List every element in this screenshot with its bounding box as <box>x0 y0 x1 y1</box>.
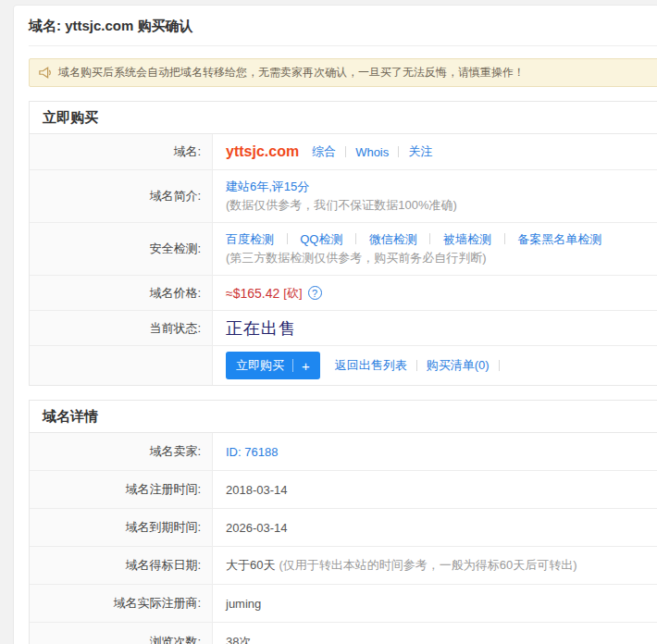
seller-row: 域名卖家: ID: 76188 <box>30 433 657 471</box>
won-date-value: 大于60天 <box>226 557 275 574</box>
separator <box>398 146 399 157</box>
price-row: 域名价格: ≈$165.42 [砍] ? <box>30 276 657 311</box>
separator <box>429 233 430 244</box>
won-date-label: 域名得标日期: <box>30 547 213 584</box>
intro-note: (数据仅供参考，我们不保证数据100%准确) <box>226 196 657 215</box>
registered-date-row: 域名注册时间: 2018-03-14 <box>30 471 657 509</box>
link-follow[interactable]: 关注 <box>408 143 432 160</box>
views-row: 浏览次数: 38次 <box>30 623 657 644</box>
status-row-label: 当前状态: <box>30 311 213 345</box>
security-row-label: 安全检测: <box>30 223 213 275</box>
page-title: 域名: yttsjc.com 购买确认 <box>29 6 657 36</box>
bargain-link[interactable]: [砍] <box>283 285 302 302</box>
detail-panel: 域名详情 域名卖家: ID: 76188 域名注册时间: 2018-03-14 … <box>29 400 657 644</box>
seller-label: 域名卖家: <box>30 433 213 470</box>
security-row: 安全检测: 百度检测 QQ检测 微信检测 被墙检测 备案黑名单检测 (第三方数据… <box>30 223 657 276</box>
link-qq-check[interactable]: QQ检测 <box>300 232 342 246</box>
registered-date-value: 2018-03-14 <box>226 483 288 497</box>
domain-name: yttsjc.com <box>226 143 299 160</box>
expiry-date-value: 2026-03-14 <box>226 521 288 535</box>
separator <box>504 233 505 244</box>
buy-panel: 立即购买 域名: yttsjc.com 综合 Whois 关注 域名简介: 建站… <box>29 101 657 386</box>
content-card: 域名: yttsjc.com 购买确认 域名购买后系统会自动把域名转移给您，无需… <box>13 5 657 644</box>
status-value: 正在出售 <box>226 317 296 340</box>
expiry-date-label: 域名到期时间: <box>30 509 213 546</box>
link-wechat-check[interactable]: 微信检测 <box>369 232 417 246</box>
link-gfw-check[interactable]: 被墙检测 <box>443 232 491 246</box>
status-row: 当前状态: 正在出售 <box>30 311 657 346</box>
views-value: 38次 <box>226 634 251 644</box>
title-divider <box>29 45 657 46</box>
intro-row: 域名简介: 建站6年,评15分 (数据仅供参考，我们不保证数据100%准确) <box>30 170 657 223</box>
won-date-row: 域名得标日期: 大于60天 (仅用于转出本站的时间参考，一般为得标60天后可转出… <box>30 547 657 585</box>
separator <box>355 233 356 244</box>
views-label: 浏览次数: <box>30 623 213 644</box>
notice-bar: 域名购买后系统会自动把域名转移给您，无需卖家再次确认，一旦买了无法反悔，请慎重操… <box>29 58 657 87</box>
separator <box>287 233 288 244</box>
domain-price: ≈$165.42 <box>226 286 279 301</box>
separator <box>416 360 417 371</box>
registrar-label: 域名实际注册商: <box>30 585 213 622</box>
link-baidu-check[interactable]: 百度检测 <box>226 232 274 246</box>
buy-now-label: 立即购买 <box>236 357 284 374</box>
back-to-list-link[interactable]: 返回出售列表 <box>335 357 407 374</box>
purchase-cart-link[interactable]: 购买清单(0) <box>427 357 490 374</box>
button-divider <box>292 359 293 372</box>
won-date-note: (仅用于转出本站的时间参考，一般为得标60天后可转出) <box>279 557 576 574</box>
price-row-label: 域名价格: <box>30 276 213 310</box>
separator <box>499 360 500 371</box>
registrar-value: juming <box>226 597 261 611</box>
domain-row-label: 域名: <box>30 134 213 169</box>
actions-row-label <box>30 346 213 385</box>
buy-panel-heading: 立即购买 <box>30 102 657 134</box>
notice-text: 域名购买后系统会自动把域名转移给您，无需卖家再次确认，一旦买了无法反悔，请慎重操… <box>58 59 525 86</box>
intro-row-label: 域名简介: <box>30 170 213 222</box>
buy-now-button[interactable]: 立即购买 + <box>226 352 320 379</box>
separator <box>345 146 346 157</box>
seller-id-link[interactable]: ID: 76188 <box>226 445 278 459</box>
plus-icon[interactable]: + <box>302 358 310 374</box>
detail-panel-heading: 域名详情 <box>30 401 657 433</box>
link-whois[interactable]: Whois <box>355 145 389 159</box>
expiry-date-row: 域名到期时间: 2026-03-14 <box>30 509 657 547</box>
help-icon[interactable]: ? <box>308 286 322 300</box>
domain-intro: 建站6年,评15分 <box>226 178 657 196</box>
actions-row: 立即购买 + 返回出售列表 购买清单(0) <box>30 346 657 385</box>
registered-date-label: 域名注册时间: <box>30 471 213 508</box>
registrar-row: 域名实际注册商: juming <box>30 585 657 623</box>
link-composite[interactable]: 综合 <box>312 143 336 160</box>
link-icp-blacklist-check[interactable]: 备案黑名单检测 <box>517 232 601 246</box>
announcement-icon <box>39 67 52 79</box>
security-note: (第三方数据检测仅供参考，购买前务必自行判断) <box>226 249 657 267</box>
domain-row: 域名: yttsjc.com 综合 Whois 关注 <box>30 134 657 170</box>
